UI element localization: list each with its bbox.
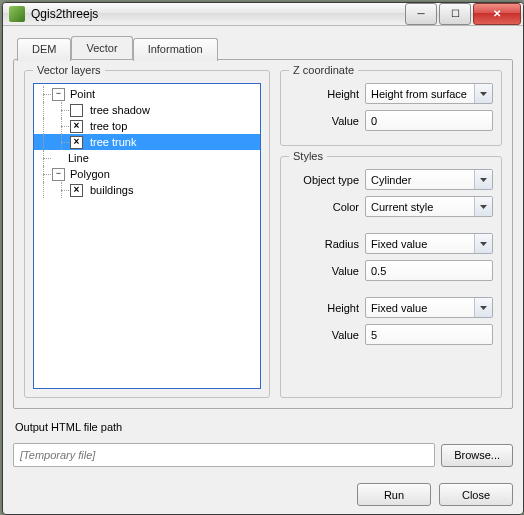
minimize-button[interactable]: ─ bbox=[405, 3, 437, 25]
styles-group: Styles Object type Cylinder Color Curre bbox=[280, 156, 502, 398]
close-button[interactable]: Close bbox=[439, 483, 513, 506]
checkbox-checked-icon[interactable]: × bbox=[70, 120, 83, 133]
style-height-value-label: Value bbox=[289, 329, 359, 341]
z-height-combo[interactable]: Height from surface bbox=[365, 83, 493, 104]
tab-page-vector: Vector layers − Point tree shadow bbox=[13, 59, 513, 409]
z-value-label: Value bbox=[289, 115, 359, 127]
tree-node-buildings[interactable]: × buildings bbox=[34, 182, 260, 198]
output-path-input[interactable] bbox=[13, 443, 435, 467]
tab-information[interactable]: Information bbox=[133, 38, 218, 61]
close-window-button[interactable]: ✕ bbox=[473, 3, 521, 25]
chevron-down-icon bbox=[474, 298, 492, 317]
checkbox-unchecked-icon[interactable] bbox=[70, 104, 83, 117]
collapse-icon[interactable]: − bbox=[52, 168, 65, 181]
run-button[interactable]: Run bbox=[357, 483, 431, 506]
tab-strip: DEM Vector Information bbox=[13, 36, 513, 59]
style-height-label: Height bbox=[289, 302, 359, 314]
output-path-label: Output HTML file path bbox=[15, 421, 513, 433]
main-window: Qgis2threejs ─ ☐ ✕ DEM Vector Informatio… bbox=[2, 2, 524, 515]
vector-layers-legend: Vector layers bbox=[33, 64, 105, 76]
object-type-label: Object type bbox=[289, 174, 359, 186]
radius-mode-combo[interactable]: Fixed value bbox=[365, 233, 493, 254]
titlebar[interactable]: Qgis2threejs ─ ☐ ✕ bbox=[3, 3, 523, 26]
tab-dem[interactable]: DEM bbox=[17, 38, 71, 61]
tab-vector[interactable]: Vector bbox=[71, 36, 132, 59]
radius-value-label: Value bbox=[289, 265, 359, 277]
layer-tree[interactable]: − Point tree shadow × tree top bbox=[33, 83, 261, 389]
vector-layers-group: Vector layers − Point tree shadow bbox=[24, 70, 270, 398]
color-label: Color bbox=[289, 201, 359, 213]
checkbox-checked-icon[interactable]: × bbox=[70, 136, 83, 149]
tree-node-point[interactable]: − Point bbox=[34, 86, 260, 102]
tree-node-tree-trunk[interactable]: × tree trunk bbox=[34, 134, 260, 150]
style-height-value-input[interactable] bbox=[365, 324, 493, 345]
maximize-button[interactable]: ☐ bbox=[439, 3, 471, 25]
chevron-down-icon bbox=[474, 170, 492, 189]
tree-node-tree-top[interactable]: × tree top bbox=[34, 118, 260, 134]
browse-button[interactable]: Browse... bbox=[441, 444, 513, 467]
chevron-down-icon bbox=[474, 234, 492, 253]
radius-value-input[interactable] bbox=[365, 260, 493, 281]
styles-legend: Styles bbox=[289, 150, 327, 162]
z-height-label: Height bbox=[289, 88, 359, 100]
radius-label: Radius bbox=[289, 238, 359, 250]
checkbox-checked-icon[interactable]: × bbox=[70, 184, 83, 197]
chevron-down-icon bbox=[474, 84, 492, 103]
z-coordinate-legend: Z coordinate bbox=[289, 64, 358, 76]
window-title: Qgis2threejs bbox=[31, 7, 405, 21]
chevron-down-icon bbox=[474, 197, 492, 216]
style-height-mode-combo[interactable]: Fixed value bbox=[365, 297, 493, 318]
tree-node-tree-shadow[interactable]: tree shadow bbox=[34, 102, 260, 118]
z-value-input[interactable] bbox=[365, 110, 493, 131]
color-combo[interactable]: Current style bbox=[365, 196, 493, 217]
tree-node-line[interactable]: Line bbox=[34, 150, 260, 166]
object-type-combo[interactable]: Cylinder bbox=[365, 169, 493, 190]
app-icon bbox=[9, 6, 25, 22]
collapse-icon[interactable]: − bbox=[52, 88, 65, 101]
z-coordinate-group: Z coordinate Height Height from surface … bbox=[280, 70, 502, 146]
tree-node-polygon[interactable]: − Polygon bbox=[34, 166, 260, 182]
